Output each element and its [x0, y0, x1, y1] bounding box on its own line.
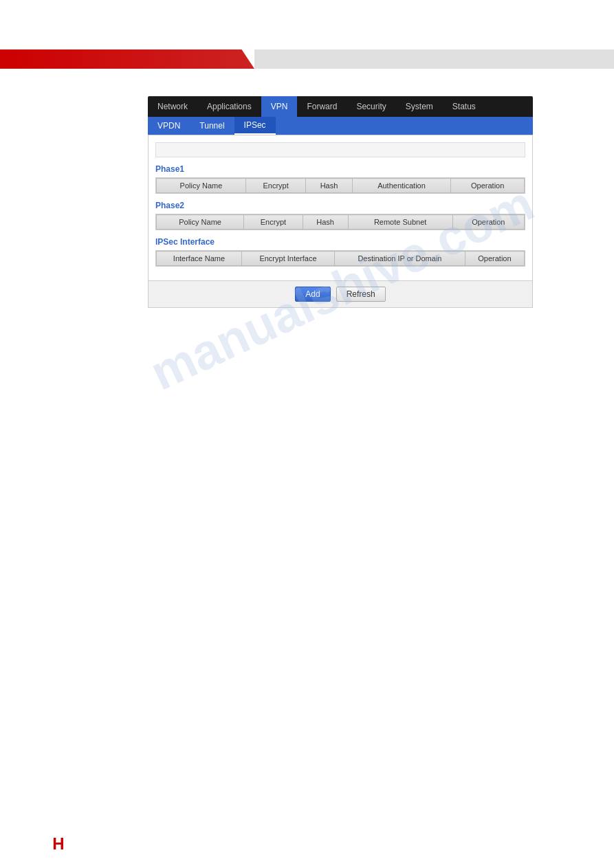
- phase1-title: Phase1: [155, 164, 525, 174]
- nav-item-forward[interactable]: Forward: [297, 96, 347, 117]
- phase1-col-operation: Operation: [451, 179, 525, 193]
- sub-nav-ipsec[interactable]: IPSec: [234, 117, 276, 135]
- sub-nav-tunnel[interactable]: Tunnel: [190, 117, 234, 135]
- phase1-col-encrypt: Encrypt: [245, 179, 305, 193]
- ipsec-interface-section: IPSec Interface Interface Name Encrypt I…: [155, 237, 525, 267]
- nav-item-status[interactable]: Status: [443, 96, 485, 117]
- phase1-col-hash: Hash: [306, 179, 352, 193]
- button-bar: Add Refresh: [148, 281, 533, 308]
- header-red-section: [0, 49, 254, 69]
- phase1-col-authentication: Authentication: [352, 179, 451, 193]
- ipsec-col-destination: Destination IP or Domain: [335, 252, 465, 266]
- header-bar: [0, 49, 614, 69]
- nav-item-system[interactable]: System: [396, 96, 443, 117]
- phase2-header-row: Policy Name Encrypt Hash Remote Subnet O…: [157, 215, 525, 230]
- ipsec-col-interface-name: Interface Name: [157, 252, 242, 266]
- phase2-section: Phase2 Policy Name Encrypt Hash Remote S…: [155, 201, 525, 230]
- sub-nav-bar: VPDN Tunnel IPSec: [148, 117, 533, 135]
- phase1-table: Policy Name Encrypt Hash Authentication …: [156, 178, 525, 193]
- phase2-col-hash: Hash: [303, 215, 348, 230]
- nav-item-applications[interactable]: Applications: [197, 96, 261, 117]
- phase2-table-wrapper: Policy Name Encrypt Hash Remote Subnet O…: [155, 214, 525, 230]
- ipsec-col-operation: Operation: [465, 252, 524, 266]
- nav-bar: Network Applications VPN Forward Securit…: [148, 96, 533, 117]
- ipsec-interface-table-wrapper: Interface Name Encrypt Interface Destina…: [155, 250, 525, 267]
- phase2-col-policy-name: Policy Name: [157, 215, 244, 230]
- phase1-header-row: Policy Name Encrypt Hash Authentication …: [157, 179, 525, 193]
- search-area: [155, 142, 525, 157]
- sub-nav-vpdn[interactable]: VPDN: [148, 117, 190, 135]
- ipsec-interface-title: IPSec Interface: [155, 237, 525, 247]
- main-container: Network Applications VPN Forward Securit…: [148, 96, 533, 308]
- phase2-col-remote-subnet: Remote Subnet: [348, 215, 452, 230]
- phase1-section: Phase1 Policy Name Encrypt Hash Authenti…: [155, 164, 525, 194]
- phase2-col-encrypt: Encrypt: [244, 215, 303, 230]
- nav-item-vpn[interactable]: VPN: [261, 96, 298, 117]
- add-button[interactable]: Add: [295, 287, 330, 302]
- ipsec-interface-header-row: Interface Name Encrypt Interface Destina…: [157, 252, 525, 266]
- ipsec-interface-table: Interface Name Encrypt Interface Destina…: [156, 251, 525, 266]
- nav-item-security[interactable]: Security: [347, 96, 395, 117]
- logo-h-icon: H: [52, 834, 64, 854]
- phase2-title: Phase2: [155, 201, 525, 210]
- refresh-button[interactable]: Refresh: [336, 287, 386, 302]
- phase1-col-policy-name: Policy Name: [157, 179, 246, 193]
- ipsec-col-encrypt-interface: Encrypt Interface: [241, 252, 334, 266]
- nav-item-network[interactable]: Network: [148, 96, 197, 117]
- logo: H: [48, 834, 69, 854]
- content-panel: Phase1 Policy Name Encrypt Hash Authenti…: [148, 135, 533, 281]
- header-gray-section: [254, 49, 614, 69]
- phase1-table-wrapper: Policy Name Encrypt Hash Authentication …: [155, 177, 525, 194]
- phase2-table: Policy Name Encrypt Hash Remote Subnet O…: [156, 214, 525, 230]
- phase2-col-operation: Operation: [452, 215, 524, 230]
